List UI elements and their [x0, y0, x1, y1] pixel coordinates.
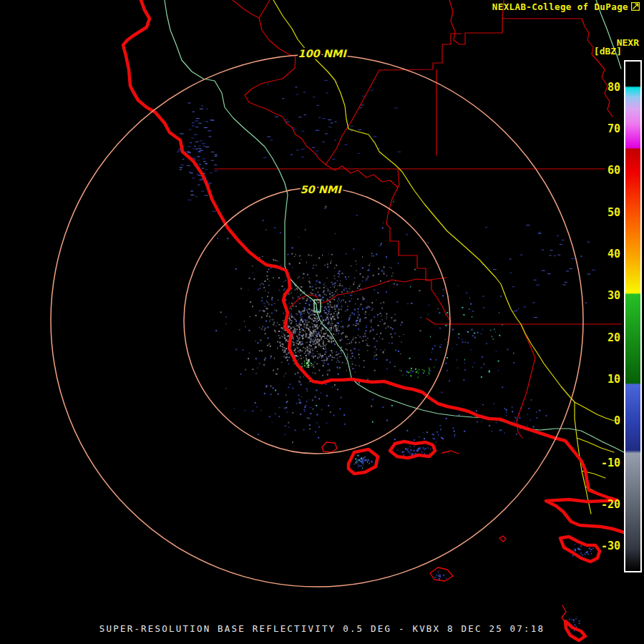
radar-echo-pixel [358, 459, 360, 461]
radar-echo-pixel [469, 308, 470, 310]
radar-echo-pixel [268, 343, 270, 345]
radar-echo-pixel [409, 452, 410, 452]
radar-echo-pixel [215, 330, 217, 331]
radar-echo-pixel [249, 330, 250, 331]
product-caption: SUPER-RESOLUTION BASE REFLECTIVITY 0.5 D… [0, 623, 644, 634]
radar-echo-pixel [358, 323, 359, 325]
radar-echo-pixel [355, 458, 356, 459]
radar-echo-pixel [400, 353, 401, 354]
radar-echo-pixel [292, 441, 293, 443]
radar-echo-pixel [325, 331, 326, 331]
radar-echo-pixel [277, 369, 278, 370]
radar-echo-pixel [313, 357, 314, 358]
radar-echo-pixel [412, 371, 414, 372]
radar-echo-pixel [336, 335, 336, 336]
radar-echo-pixel [313, 353, 313, 354]
radar-echo-pixel [295, 87, 297, 87]
radar-echo-pixel [313, 343, 314, 345]
radar-echo-pixel [464, 431, 465, 432]
radar-echo-pixel [495, 331, 496, 333]
radar-echo-pixel [292, 388, 293, 389]
radar-echo-pixel [483, 296, 484, 297]
radar-echo-pixel [367, 338, 369, 339]
radar-echo-pixel [284, 408, 286, 409]
radar-echo-pixel [384, 266, 385, 268]
radar-echo-pixel [341, 338, 343, 340]
radar-echo-pixel [286, 122, 290, 122]
radar-echo-pixel [196, 118, 200, 119]
radar-echo-pixel [532, 303, 535, 303]
radar-echo-pixel [395, 349, 396, 351]
radar-echo-pixel [359, 306, 360, 306]
radar-echo-pixel [341, 301, 341, 303]
radar-echo-pixel [351, 353, 353, 354]
radar-echo-pixel [300, 400, 301, 401]
radar-echo-pixel [255, 402, 256, 404]
radar-echo-pixel [248, 353, 250, 353]
radar-echo-pixel [374, 351, 375, 353]
radar-echo-pixel [433, 438, 434, 439]
radar-echo-pixel [360, 318, 361, 320]
radar-echo-pixel [438, 434, 439, 436]
radar-echo-pixel [458, 286, 459, 286]
radar-echo-pixel [400, 451, 401, 452]
radar-echo-pixel [430, 336, 431, 338]
radar-echo-pixel [360, 273, 361, 275]
radar-echo-pixel [239, 329, 240, 330]
radar-echo-pixel [264, 311, 265, 312]
radar-echo-pixel [565, 282, 567, 283]
radar-echo-pixel [282, 286, 283, 287]
radar-echo-pixel [265, 333, 266, 334]
radar-echo-pixel [457, 367, 458, 369]
radar-echo-pixel [438, 575, 439, 576]
radar-echo-pixel [278, 277, 280, 278]
radar-echo-pixel [313, 331, 314, 333]
radar-echo-pixel [192, 125, 195, 126]
radar-echo-pixel [313, 339, 314, 341]
radar-echo-pixel [285, 425, 286, 426]
radar-echo-pixel [446, 418, 447, 419]
radar-echo-pixel [295, 353, 296, 353]
radar-echo-pixel [284, 337, 286, 338]
radar-echo-pixel [352, 361, 353, 362]
radar-echo-pixel [334, 308, 336, 310]
radar-echo-pixel [331, 325, 331, 326]
radar-echo-pixel [356, 322, 356, 323]
radar-echo-pixel [380, 280, 381, 282]
radar-echo-pixel [245, 326, 246, 328]
radar-echo-pixel [353, 337, 354, 338]
radar-echo-pixel [327, 290, 328, 291]
radar-echo-pixel [272, 319, 273, 321]
radar-echo-pixel [397, 449, 399, 451]
radar-echo-pixel [494, 403, 494, 404]
radar-echo-pixel [418, 373, 419, 374]
radar-echo-pixel [439, 578, 440, 580]
radar-echo-pixel [328, 127, 331, 127]
radar-echo-pixel [283, 333, 283, 334]
radar-echo-pixel [262, 256, 263, 257]
radar-echo-pixel [338, 361, 340, 363]
radar-echo-pixel [325, 206, 326, 208]
radar-echo-pixel [374, 338, 375, 339]
radar-echo-pixel [374, 137, 377, 137]
radar-echo-pixel [310, 413, 311, 414]
radar-echo-pixel [394, 321, 395, 322]
radar-echo-pixel [200, 180, 203, 180]
radar-echo-pixel [348, 288, 350, 289]
radar-echo-pixel [466, 292, 467, 293]
radar-echo-pixel [301, 343, 302, 345]
radar-echo-pixel [414, 269, 416, 270]
radar-echo-pixel [502, 386, 503, 388]
radar-echo-pixel [317, 328, 318, 329]
radar-echo-pixel [249, 278, 250, 279]
radar-echo-pixel [281, 331, 282, 332]
radar-echo-pixel [592, 270, 595, 270]
radar-echo-pixel [296, 403, 298, 404]
radar-echo-pixel [328, 356, 330, 357]
radar-echo-pixel [312, 313, 313, 315]
radar-echo-pixel [472, 366, 473, 367]
radar-echo-pixel [307, 324, 308, 326]
radar-echo-pixel [318, 292, 318, 293]
radar-echo-pixel [381, 308, 383, 309]
radar-echo-pixel [367, 306, 369, 307]
